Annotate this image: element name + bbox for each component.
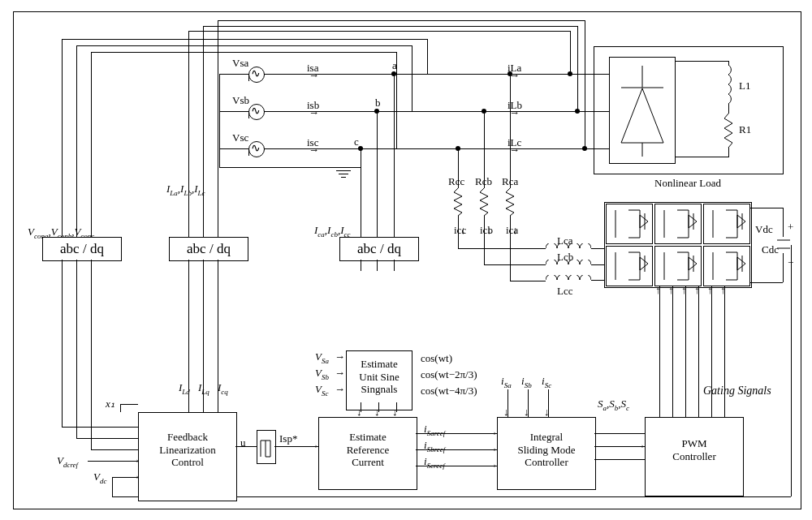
vsa-label: Vsa	[232, 57, 248, 70]
u-h	[235, 446, 257, 447]
dq1ch	[91, 449, 138, 450]
vsc-label: Vsc	[232, 131, 248, 144]
vsa-ar	[335, 350, 345, 363]
rcc-icon	[454, 188, 462, 216]
vdc-lbl2: Vdc	[93, 471, 106, 485]
line-phase-c	[264, 148, 634, 149]
sens2	[76, 45, 77, 237]
isp-lbl: Isp*	[279, 432, 297, 445]
lcc-label: Lcc	[557, 285, 572, 298]
il1n	[568, 71, 572, 76]
isbref: iSbreef	[424, 439, 445, 453]
sens3d	[396, 52, 397, 148]
g6	[724, 286, 725, 417]
isb-in: iSb	[521, 375, 532, 389]
drop-b	[377, 111, 378, 168]
vsc-ar	[335, 383, 345, 396]
gating-lbl: Gating Signals	[703, 385, 771, 398]
neutral-gnd-v	[219, 148, 220, 167]
h-lca	[510, 281, 546, 281]
ground-icon	[336, 170, 351, 178]
ica-arrow-icon	[512, 224, 518, 237]
vdc-label: Vdc	[755, 223, 773, 236]
load-top-h	[675, 61, 728, 62]
l1-label: L1	[739, 80, 750, 92]
icc-arrow-icon	[460, 224, 466, 237]
neutral-to-gnd	[219, 167, 361, 168]
b-lbl: b	[375, 97, 381, 110]
dc-top	[750, 208, 783, 208]
nonlinear-load-label: Nonlinear Load	[654, 177, 721, 190]
source-vsc-icon	[248, 141, 265, 157]
vsb-ar	[335, 367, 345, 380]
lc-into-box	[594, 148, 609, 149]
l1-icon	[723, 65, 734, 104]
src-c-left-h	[219, 148, 248, 149]
ic3v	[394, 168, 395, 237]
vdc-fb-v1	[791, 245, 792, 496]
il3d	[585, 20, 585, 148]
g3	[685, 286, 686, 417]
hysteresis-icon	[257, 430, 276, 464]
ismc-block: IntegralSliding ModeController	[497, 417, 596, 490]
il2d	[577, 26, 578, 111]
icq-lbl: Icq	[218, 381, 228, 396]
x1-v	[120, 404, 121, 412]
lca-label: Lca	[557, 234, 572, 247]
source-vsa-icon	[248, 67, 265, 83]
x1-label: x₁	[106, 398, 114, 410]
sabc-lbl: Sa,Sb,Sc	[598, 398, 629, 412]
dq1b	[76, 260, 77, 438]
drop-c	[361, 148, 361, 168]
il3v	[218, 20, 218, 237]
icb-v	[484, 216, 485, 264]
r1-icon	[724, 114, 732, 148]
cdc-icon	[777, 237, 788, 253]
sens3	[91, 52, 92, 237]
il2v	[203, 26, 204, 237]
il1h	[188, 31, 570, 32]
isa-arrow-icon	[309, 69, 319, 82]
estimate-sine-block: EstimateUnit SineSingnals	[346, 350, 412, 410]
rcb-label: Rcb	[475, 175, 492, 188]
sens3h	[91, 52, 396, 53]
cos1: cos(wt)	[421, 352, 452, 365]
g2a	[668, 284, 674, 297]
sabc-h1	[594, 433, 645, 434]
cos2: cos(wt−2π/3)	[421, 368, 477, 381]
cdc-label: Cdc	[762, 243, 779, 256]
vsb-label: Vsb	[232, 94, 249, 107]
drop-a	[394, 74, 395, 168]
cos3: cos(wt−4π/3)	[421, 385, 477, 398]
dq1a	[62, 260, 63, 427]
dq3c	[394, 260, 395, 271]
isc-in: iSc	[542, 375, 551, 389]
load-bot-v	[728, 148, 729, 157]
il-label: ILa,ILb,ILc	[166, 183, 205, 197]
vsa-in: VSa	[315, 350, 329, 365]
il2h	[203, 26, 577, 27]
sens1d	[427, 39, 428, 74]
node-ra	[508, 71, 512, 76]
abcdq3: abc / dq	[339, 237, 419, 261]
vsb-in: VSb	[315, 367, 329, 381]
g4a	[694, 284, 700, 297]
rcc-label: Rcc	[448, 175, 464, 188]
node-rb	[482, 109, 486, 114]
rectifier-bridge-icon	[609, 57, 676, 164]
sabc-h3	[594, 459, 645, 460]
ilq-lbl: ILq	[198, 381, 209, 396]
icb-arrow-icon	[486, 224, 492, 237]
vsc-in: VSc	[315, 383, 328, 398]
load-mid-v	[728, 104, 729, 114]
dq1bh	[76, 438, 138, 439]
r1-label: R1	[739, 123, 751, 136]
load-bot-h	[675, 157, 728, 157]
dc-v	[783, 208, 784, 237]
estimate-ref-block: EstimateReferenceCurrent	[318, 417, 417, 490]
src-b-left	[248, 111, 249, 118]
g5	[711, 286, 712, 417]
g4	[698, 286, 699, 417]
sens1	[62, 39, 63, 237]
dq3b	[377, 260, 378, 271]
